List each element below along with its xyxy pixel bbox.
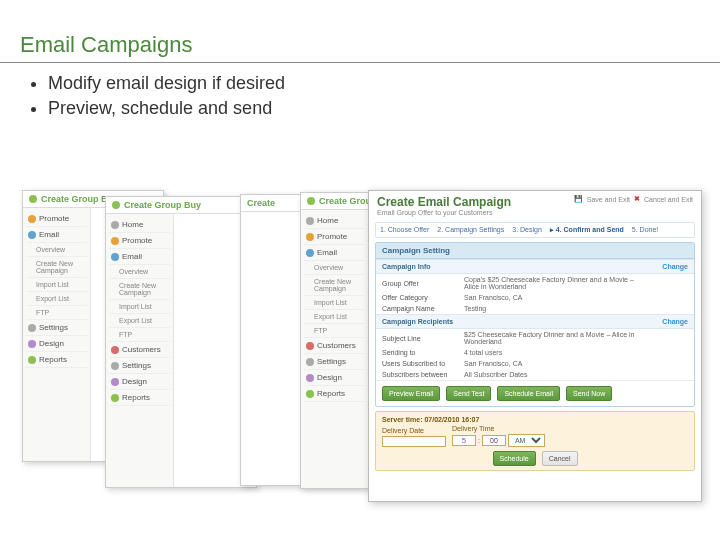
delivery-hour-input[interactable] [452,435,476,446]
row-sending-to: Sending to4 total users [376,347,694,358]
stacked-app-card-2: Create Group Buy Home Promote Email Over… [105,196,257,488]
server-time-label: Server time: 07/02/2010 16:07 [382,416,688,423]
row-subject-line: Subject Line$25 Cheesecake Factory Dinne… [376,329,694,347]
step-campaign-settings[interactable]: 2. Campaign Settings [437,226,504,234]
campaign-setting-panel: Campaign Setting Campaign Info Change Gr… [375,242,695,407]
row-offer-category: Offer CategorySan Francisco, CA [376,292,694,303]
change-recipients[interactable]: Change [662,318,688,325]
logo-icon [29,195,37,203]
bullet-2: Preview, schedule and send [48,98,720,119]
step-confirm-send[interactable]: 4. Confirm and Send [550,226,624,234]
schedule-email-button[interactable]: Schedule Email [497,386,560,401]
page-subtitle: Email Group Offer to your Customers [369,209,701,220]
delivery-panel: Server time: 07/02/2010 16:07 Delivery D… [375,411,695,471]
delivery-schedule-button[interactable]: Schedule [493,451,536,466]
action-button-row: Preview Email Send Test Schedule Email S… [376,380,694,406]
reports-icon [28,356,36,364]
delivery-time-label: Delivery Time [452,425,545,432]
step-choose-offer[interactable]: 1. Choose Offer [380,226,429,234]
send-now-button[interactable]: Send Now [566,386,612,401]
wizard-steps: 1. Choose Offer 2. Campaign Settings 3. … [375,222,695,238]
delivery-minute-input[interactable] [482,435,506,446]
design-icon [28,340,36,348]
step-done[interactable]: 5. Done! [632,226,658,234]
preview-email-button[interactable]: Preview Email [382,386,440,401]
delivery-date-input[interactable] [382,436,446,447]
campaign-info-header: Campaign Info Change [376,259,694,274]
row-campaign-name: Campaign NameTesting [376,303,694,314]
panel-header: Campaign Setting [376,243,694,259]
send-test-button[interactable]: Send Test [446,386,491,401]
bullet-1: Modify email design if desired [48,73,720,94]
page-title: Create Email Campaign [377,195,511,209]
campaign-recipients-header: Campaign Recipients Change [376,314,694,329]
cancel-and-exit-link[interactable]: Cancel and Exit [644,196,693,203]
row-subscribers-between: Subscribers betweenAll Subscriber Dates [376,369,694,380]
screenshot-stack: Create Group Buy Promote Email Overview … [0,190,720,530]
email-icon [28,231,36,239]
create-email-campaign-panel: Create Email Campaign 💾 Save and Exit ✖ … [368,190,702,502]
slide-bullets: Modify email design if desired Preview, … [48,73,720,119]
settings-icon [28,324,36,332]
delivery-ampm-select[interactable]: AM [508,434,545,447]
promote-icon [28,215,36,223]
disk-icon: 💾 [574,195,583,203]
save-and-exit-link[interactable]: Save and Exit [587,196,630,203]
row-users-subscribed: Users Subscribed toSan Francisco, CA [376,358,694,369]
delivery-cancel-button[interactable]: Cancel [542,451,578,466]
delivery-date-label: Delivery Date [382,427,446,434]
row-group-offer: Group OfferCopa's $25 Cheesecake Factory… [376,274,694,292]
slide-title: Email Campaigns [0,20,720,63]
step-design[interactable]: 3. Design [512,226,542,234]
change-campaign-info[interactable]: Change [662,263,688,270]
close-icon: ✖ [634,195,640,203]
